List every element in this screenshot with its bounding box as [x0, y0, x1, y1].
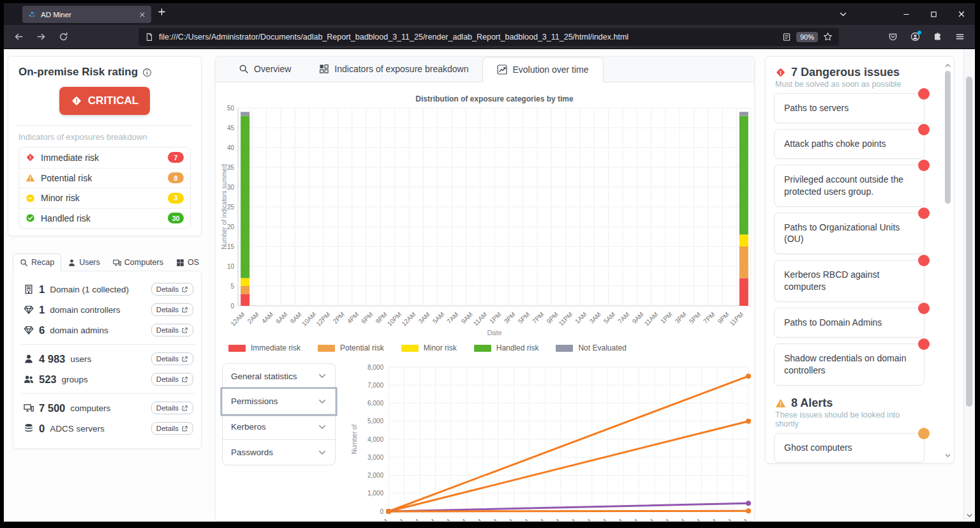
url-text[interactable]: file:///C:/Users/Administrator/Documents… — [159, 33, 777, 41]
stat-label: groups — [62, 375, 88, 384]
legend-item-minor-risk[interactable]: Minor risk — [401, 343, 457, 352]
svg-text:4AM: 4AM — [406, 518, 420, 522]
recap-tab-os[interactable]: OS — [170, 253, 205, 271]
account-icon[interactable] — [910, 32, 920, 41]
minimize-button[interactable] — [902, 10, 910, 19]
toolbar-right — [888, 32, 969, 41]
issue-card-kerberos-rbcd-against-computers[interactable]: Kerberos RBCD against computers — [774, 260, 924, 302]
svg-text:5AM: 5AM — [594, 518, 608, 522]
notification-dot — [917, 31, 921, 34]
info-icon[interactable] — [142, 68, 152, 77]
svg-text:6AM: 6AM — [422, 518, 436, 522]
url-bar[interactable]: file:///C:/Users/Administrator/Documents… — [138, 28, 839, 46]
recap-tab-recap[interactable]: Recap — [13, 253, 61, 271]
details-label: Details — [156, 404, 179, 412]
svg-text:5AM: 5AM — [602, 311, 616, 325]
svg-text:15: 15 — [227, 243, 235, 250]
menu-hamburger-icon[interactable] — [955, 32, 965, 41]
risk-row-immediate-risk[interactable]: !Immediate risk7 — [19, 147, 190, 168]
svg-text:9PM: 9PM — [720, 518, 734, 522]
accordion-item-permissions[interactable]: Permissions — [222, 389, 336, 414]
reload-icon[interactable] — [55, 32, 72, 41]
svg-text:3AM: 3AM — [579, 518, 593, 522]
legend-item-immediate-risk[interactable]: Immediate risk — [228, 343, 301, 352]
tab-indicators-of-exposure-breakdown[interactable]: Indicators of exposure breakdown — [305, 56, 482, 82]
recap-tab-computers[interactable]: Computers — [107, 253, 170, 271]
risk-row-handled-risk[interactable]: Handled risk30 — [19, 208, 190, 229]
svg-text:10PM: 10PM — [545, 518, 561, 522]
back-arrow-icon[interactable] — [10, 32, 27, 41]
issue-card-paths-to-organizational-units-ou[interactable]: Paths to Organizational Units (OU) — [774, 213, 924, 255]
scroll-down-icon[interactable] — [944, 452, 951, 459]
issue-card-privileged-account-outside-the-protected[interactable]: Privileged account outside the protected… — [774, 165, 924, 207]
issue-card-paths-to-domain-admins[interactable]: Paths to Domain Admins — [774, 308, 924, 338]
svg-text:7PM: 7PM — [531, 311, 545, 325]
risk-row-minor-risk[interactable]: Minor risk3 — [19, 188, 190, 208]
extensions-puzzle-icon[interactable] — [933, 32, 942, 41]
accordion-item-general-statistics[interactable]: General statistics — [222, 363, 336, 389]
issue-card-ghost-computers[interactable]: Ghost computers — [774, 433, 924, 463]
svg-text:7AM: 7AM — [445, 311, 459, 325]
svg-text:1AM: 1AM — [574, 311, 588, 325]
forward-arrow-icon[interactable] — [33, 32, 50, 41]
issue-card-shadow-credentials-on-domain-controllers[interactable]: Shadow credentials on domain controllers — [774, 343, 924, 386]
stat-value: 7 500 — [39, 402, 65, 414]
details-button-domain-1-collected[interactable]: Details — [151, 283, 193, 296]
details-label: Details — [156, 355, 179, 363]
svg-text:12AM: 12AM — [373, 518, 389, 522]
details-button-users[interactable]: Details — [151, 352, 193, 365]
tab-overview[interactable]: Overview — [225, 56, 305, 82]
bookmark-star-icon[interactable] — [823, 32, 833, 41]
alerts-subtitle: These issues should be looked into short… — [775, 411, 924, 428]
critical-badge[interactable]: ! CRITICAL — [59, 87, 150, 115]
issue-label: Paths to servers — [784, 103, 849, 113]
issues-scrollbar[interactable] — [944, 61, 951, 460]
pocket-icon[interactable] — [888, 32, 898, 41]
maximize-button[interactable] — [930, 10, 938, 19]
svg-text:5PM: 5PM — [688, 311, 702, 325]
svg-text:10: 10 — [227, 263, 235, 270]
severity-dot — [918, 303, 930, 314]
severity-dot — [918, 255, 930, 266]
legend-item-handled-risk[interactable]: Handled risk — [474, 343, 539, 352]
svg-text:6,000: 6,000 — [368, 400, 383, 407]
window-close-button[interactable] — [957, 10, 966, 19]
browser-tab-strip: AD Miner — [4, 3, 975, 25]
reader-view-icon[interactable] — [782, 33, 791, 41]
page-scroll-down-icon[interactable] — [966, 512, 973, 519]
legend-item-potential-risk[interactable]: Potential risk — [318, 343, 384, 352]
details-button-adcs-servers[interactable]: Details — [151, 422, 193, 435]
stat-label: computers — [70, 404, 110, 413]
details-button-domain-controllers[interactable]: Details — [151, 303, 193, 316]
accordion-item-passwords[interactable]: Passwords — [222, 440, 336, 465]
page-scrollbar-thumb[interactable] — [966, 77, 972, 407]
zoom-level-badge[interactable]: 90% — [796, 32, 818, 42]
scroll-up-icon[interactable] — [944, 62, 951, 69]
svg-text:4PM: 4PM — [500, 518, 514, 522]
stat-value: 1 — [39, 283, 45, 296]
page-icon — [145, 33, 154, 41]
svg-text:45: 45 — [227, 124, 235, 132]
tab-close-icon[interactable] — [138, 11, 146, 19]
exposure-bar-chart: 0510152025303540455012AM2AM4AM6AM8AM10AM… — [219, 87, 752, 360]
details-button-computers[interactable]: Details — [151, 402, 193, 414]
svg-text:7AM: 7AM — [616, 311, 630, 325]
issue-card-paths-to-servers[interactable]: Paths to servers — [774, 93, 924, 123]
legend-label: Handled risk — [496, 343, 539, 352]
details-label: Details — [156, 375, 179, 383]
legend-item-not-evaluated[interactable]: Not Evaluated — [556, 343, 626, 352]
external-link-icon — [181, 376, 188, 383]
details-button-groups[interactable]: Details — [151, 373, 193, 386]
new-tab-button[interactable] — [157, 7, 167, 17]
scrollbar-thumb[interactable] — [945, 71, 951, 204]
risk-row-potential-risk[interactable]: Potential risk8 — [19, 168, 190, 188]
accordion-item-kerberos[interactable]: Kerberos — [222, 414, 336, 440]
tab-evolution-over-time[interactable]: Evolution over time — [482, 57, 603, 82]
adminer-logo-icon — [27, 10, 36, 19]
recap-tab-users[interactable]: Users — [61, 253, 107, 271]
page-scrollbar[interactable] — [963, 49, 974, 522]
issue-card-attack-paths-choke-points[interactable]: Attack paths choke points — [774, 129, 924, 159]
browser-tab[interactable]: AD Miner — [22, 6, 151, 23]
tab-list-chevron-icon[interactable] — [839, 10, 847, 19]
details-button-domain-admins[interactable]: Details — [151, 324, 193, 336]
